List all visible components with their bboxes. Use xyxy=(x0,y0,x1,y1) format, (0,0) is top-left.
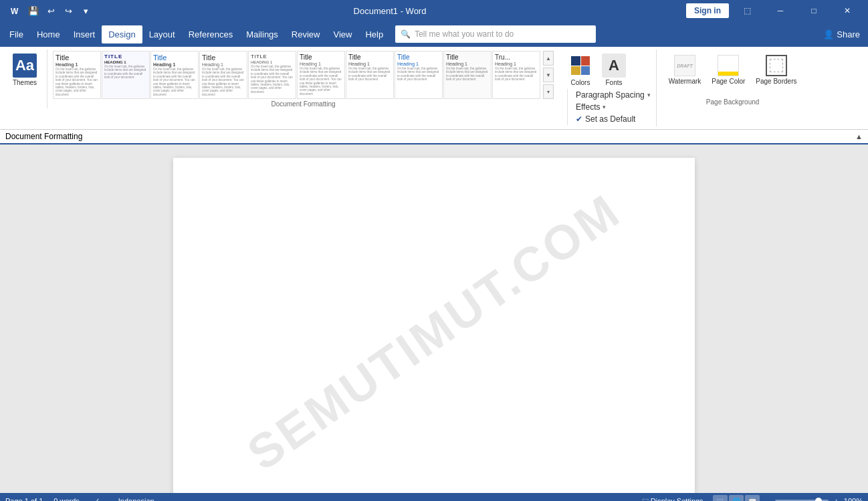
status-left: Page 1 of 1 0 words ✓ Indonesian xyxy=(5,494,154,501)
zoom-plus[interactable]: + xyxy=(834,497,838,501)
color-squares xyxy=(571,56,590,75)
save-button[interactable]: 💾 xyxy=(25,3,41,19)
watermark-icon: DRAFT xyxy=(674,55,695,76)
title-bar-left: W 💾 ↩ ↪ ▾ xyxy=(5,1,94,20)
watermark-text: SEMUTIMUT.COM xyxy=(237,183,631,481)
ribbon-display-button[interactable]: ⬚ xyxy=(732,0,762,21)
color-square-1 xyxy=(571,56,580,66)
fonts-label: Fonts xyxy=(605,79,622,86)
menu-references[interactable]: References xyxy=(182,25,239,43)
page-borders-label: Page Borders xyxy=(756,78,796,86)
set-default-button[interactable]: ✔ Set as Default xyxy=(573,113,653,125)
svg-text:✓: ✓ xyxy=(94,497,100,501)
colors-label: Colors xyxy=(571,79,590,86)
effects-arrow: ▾ xyxy=(603,104,606,110)
doc-formatting-group-label: Document Formatting xyxy=(53,99,554,108)
restore-button[interactable]: □ xyxy=(798,0,829,21)
menu-help[interactable]: Help xyxy=(358,25,390,43)
effects-button[interactable]: Effects ▾ xyxy=(573,101,653,113)
themes-icon: Aa xyxy=(13,54,37,78)
menu-file[interactable]: File xyxy=(3,25,30,43)
page-background-group: DRAFT Watermark Page Color xyxy=(659,49,806,108)
fonts-icon: A xyxy=(602,54,626,78)
document-title: Document1 - Word xyxy=(354,6,427,16)
svg-text:W: W xyxy=(11,7,19,16)
scroll-more-button[interactable]: ▾ xyxy=(543,84,554,99)
page-color-label: Page Color xyxy=(712,78,745,86)
menu-insert[interactable]: Insert xyxy=(67,25,102,43)
display-settings-label: Display Settings xyxy=(651,497,703,502)
color-square-3 xyxy=(571,66,580,76)
menu-layout[interactable]: Layout xyxy=(142,25,182,43)
style-thumb-9[interactable]: Title Heading 1 On the Insert tab, the g… xyxy=(443,51,492,99)
word-icon[interactable]: W xyxy=(5,1,24,20)
themes-button[interactable]: Aa Themes xyxy=(8,51,41,89)
colors-icon xyxy=(568,54,592,78)
page-borders-icon xyxy=(766,55,787,76)
theme-options-group: Colors A Fonts Paragraph Spacing ▾ Effec… xyxy=(562,49,657,126)
zoom-thumb xyxy=(815,498,822,501)
fonts-button[interactable]: A Fonts xyxy=(598,51,630,89)
title-bar-right: Sign in ⬚ ─ □ ✕ xyxy=(686,0,863,21)
style-thumb-5[interactable]: TITLE HEADING 1 On the Insert tab, the g… xyxy=(248,51,296,99)
document-formatting-group: Title Heading 1 On the Insert tab, the g… xyxy=(50,49,559,109)
style-thumb-10[interactable]: Tru... Heading 1 On the Insert tab, the … xyxy=(492,51,540,99)
search-placeholder: Tell me what you want to do xyxy=(415,29,514,39)
paragraph-spacing-arrow: ▾ xyxy=(647,92,651,98)
color-square-2 xyxy=(581,56,590,66)
status-bar: Page 1 of 1 0 words ✓ Indonesian ⬚ Displ… xyxy=(0,493,868,501)
menu-design[interactable]: Design xyxy=(102,25,142,43)
menu-bar: File Home Insert Design Layout Reference… xyxy=(0,21,868,47)
share-label[interactable]: Share xyxy=(837,29,860,39)
page-borders-button[interactable]: Page Borders xyxy=(752,52,800,88)
style-thumb-6[interactable]: Title Heading 1 On the Insert tab, the g… xyxy=(297,51,345,99)
page-bg-buttons: DRAFT Watermark Page Color xyxy=(665,52,801,97)
style-thumb-3[interactable]: Title Heading 1 On the Insert tab, the g… xyxy=(150,51,199,99)
page-color-button[interactable]: Page Color xyxy=(708,52,749,88)
redo-button[interactable]: ↪ xyxy=(60,3,76,19)
scroll-down-button[interactable]: ▼ xyxy=(543,68,554,82)
display-settings-button[interactable]: ⬚ Display Settings xyxy=(638,496,708,502)
page-info: Page 1 of 1 xyxy=(5,497,43,501)
zoom-minus[interactable]: ─ xyxy=(765,497,770,501)
document-page[interactable]: SEMUTIMUT.COM xyxy=(173,158,695,493)
style-thumb-1[interactable]: Title Heading 1 On the Insert tab, the g… xyxy=(53,51,101,99)
zoom-level[interactable]: 100% xyxy=(844,497,863,501)
ribbon-bottom-bar: Document Formatting ▲ xyxy=(0,130,868,144)
style-thumb-4[interactable]: Title Heading 1 On the Insert tab, the g… xyxy=(199,51,247,99)
language[interactable]: Indonesian xyxy=(118,497,154,501)
proofing-icon[interactable]: ✓ xyxy=(90,494,108,501)
status-right: ⬚ Display Settings ⬚ 🌐 📖 ─ + 100% xyxy=(638,495,863,501)
menu-mailings[interactable]: Mailings xyxy=(239,25,285,43)
quick-access-toolbar: W 💾 ↩ ↪ ▾ xyxy=(5,1,94,20)
colors-button[interactable]: Colors xyxy=(564,51,596,89)
style-thumb-7[interactable]: Title Heading 1 On the Insert tab, the g… xyxy=(346,51,394,99)
close-button[interactable]: ✕ xyxy=(832,0,863,21)
paragraph-spacing-label: Paragraph Spacing xyxy=(576,90,645,100)
menu-home[interactable]: Home xyxy=(30,25,67,43)
paragraph-spacing-button[interactable]: Paragraph Spacing ▾ xyxy=(573,89,653,101)
page-color-icon xyxy=(718,55,739,76)
color-square-4 xyxy=(581,66,590,76)
doc-formatting-label: Document Formatting xyxy=(5,132,82,141)
menu-view[interactable]: View xyxy=(326,25,358,43)
web-layout-button[interactable]: 🌐 xyxy=(729,495,744,501)
styles-gallery: Title Heading 1 On the Insert tab, the g… xyxy=(53,51,540,99)
document-area: SEMUTIMUT.COM xyxy=(0,144,868,493)
minimize-button[interactable]: ─ xyxy=(765,0,796,21)
title-bar-title: Document1 - Word xyxy=(94,6,686,16)
sign-in-button[interactable]: Sign in xyxy=(686,3,729,18)
check-icon: ✔ xyxy=(576,114,582,124)
scroll-up-button[interactable]: ▲ xyxy=(543,51,554,66)
style-thumb-8[interactable]: Title Heading 1 On the Insert tab, the g… xyxy=(395,51,443,99)
menu-review[interactable]: Review xyxy=(285,25,327,43)
read-mode-button[interactable]: 📖 xyxy=(745,495,760,501)
ribbon: Aa Themes Title Heading 1 On the Insert … xyxy=(0,47,868,130)
watermark-button[interactable]: DRAFT Watermark xyxy=(665,52,706,88)
style-thumb-2[interactable]: TITLE HEADING 1 On the Insert tab, the g… xyxy=(102,51,150,99)
set-default-label: Set as Default xyxy=(585,114,635,124)
customize-qat-button[interactable]: ▾ xyxy=(78,3,94,19)
undo-button[interactable]: ↩ xyxy=(43,3,59,19)
print-layout-button[interactable]: ⬚ xyxy=(713,495,728,501)
collapse-ribbon-button[interactable]: ▲ xyxy=(855,132,863,140)
